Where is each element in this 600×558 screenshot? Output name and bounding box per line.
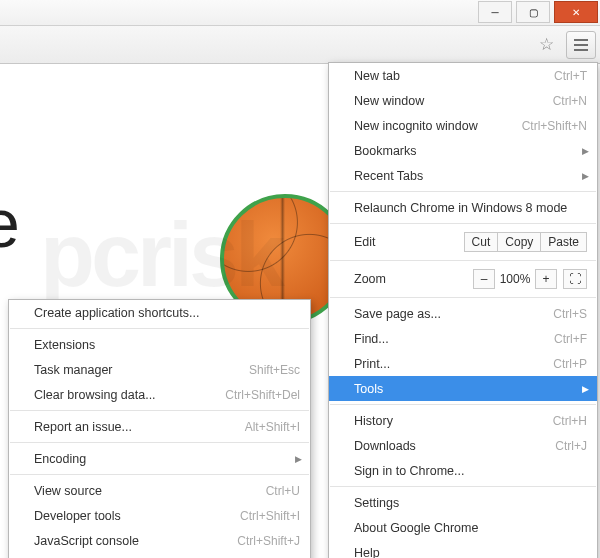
submenu-clear-data[interactable]: Clear browsing data...Ctrl+Shift+Del [9, 382, 310, 407]
separator [10, 442, 309, 443]
submenu-dev-tools[interactable]: Developer toolsCtrl+Shift+I [9, 503, 310, 528]
menu-zoom: Zoom – 100% + ⛶ [329, 264, 597, 294]
menu-find[interactable]: Find...Ctrl+F [329, 326, 597, 351]
submenu-js-console[interactable]: JavaScript consoleCtrl+Shift+J [9, 528, 310, 553]
submenu-view-source[interactable]: View sourceCtrl+U [9, 478, 310, 503]
menu-bookmarks[interactable]: Bookmarks▶ [329, 138, 597, 163]
menu-incognito[interactable]: New incognito windowCtrl+Shift+N [329, 113, 597, 138]
separator [330, 191, 596, 192]
menu-downloads[interactable]: DownloadsCtrl+J [329, 433, 597, 458]
separator [10, 328, 309, 329]
maximize-button[interactable]: ▢ [516, 1, 550, 23]
zoom-level: 100% [494, 269, 536, 289]
separator [330, 260, 596, 261]
chrome-main-menu: New tabCtrl+T New windowCtrl+N New incog… [328, 62, 598, 558]
cut-button[interactable]: Cut [464, 232, 499, 252]
menu-about[interactable]: About Google Chrome [329, 515, 597, 540]
close-button[interactable]: ✕ [554, 1, 598, 23]
chevron-right-icon: ▶ [582, 146, 589, 156]
submenu-task-manager[interactable]: Task managerShift+Esc [9, 357, 310, 382]
bookmark-star-icon[interactable]: ☆ [532, 31, 560, 59]
menu-relaunch-win8[interactable]: Relaunch Chrome in Windows 8 mode [329, 195, 597, 220]
submenu-create-shortcuts[interactable]: Create application shortcuts... [9, 300, 310, 325]
paste-button[interactable]: Paste [540, 232, 587, 252]
submenu-report-issue[interactable]: Report an issue...Alt+Shift+I [9, 414, 310, 439]
submenu-encoding[interactable]: Encoding▶ [9, 446, 310, 471]
menu-recent-tabs[interactable]: Recent Tabs▶ [329, 163, 597, 188]
menu-signin[interactable]: Sign in to Chrome... [329, 458, 597, 483]
submenu-extensions[interactable]: Extensions [9, 332, 310, 357]
separator [330, 223, 596, 224]
menu-save-as[interactable]: Save page as...Ctrl+S [329, 301, 597, 326]
chevron-right-icon: ▶ [582, 171, 589, 181]
separator [330, 297, 596, 298]
submenu-inspect-devices[interactable]: Inspect devices [9, 553, 310, 558]
menu-history[interactable]: HistoryCtrl+H [329, 408, 597, 433]
separator [330, 404, 596, 405]
separator [10, 410, 309, 411]
minimize-button[interactable]: ─ [478, 1, 512, 23]
copy-button[interactable]: Copy [497, 232, 541, 252]
browser-toolbar: ☆ [0, 26, 600, 64]
menu-help[interactable]: Help [329, 540, 597, 558]
menu-new-tab[interactable]: New tabCtrl+T [329, 63, 597, 88]
menu-print[interactable]: Print...Ctrl+P [329, 351, 597, 376]
menu-button[interactable] [566, 31, 596, 59]
menu-settings[interactable]: Settings [329, 490, 597, 515]
zoom-in-button[interactable]: + [535, 269, 557, 289]
page-heading-fragment: e [0, 184, 20, 262]
window-titlebar: ─ ▢ ✕ [0, 0, 600, 26]
chevron-right-icon: ▶ [295, 454, 302, 464]
separator [10, 474, 309, 475]
menu-new-window[interactable]: New windowCtrl+N [329, 88, 597, 113]
tools-submenu: Create application shortcuts... Extensio… [8, 299, 311, 558]
chevron-right-icon: ▶ [582, 384, 589, 394]
zoom-out-button[interactable]: – [473, 269, 495, 289]
separator [330, 486, 596, 487]
menu-edit: Edit Cut Copy Paste [329, 227, 597, 257]
menu-tools[interactable]: Tools▶ [329, 376, 597, 401]
fullscreen-button[interactable]: ⛶ [563, 269, 587, 289]
